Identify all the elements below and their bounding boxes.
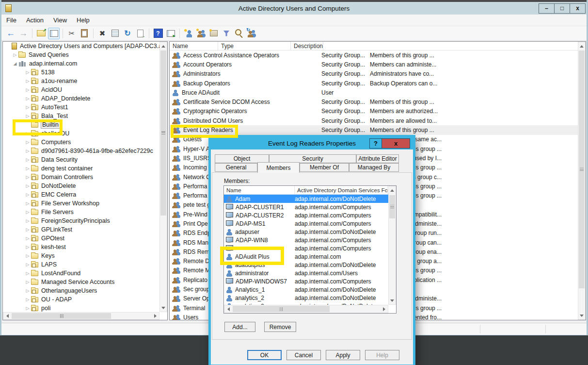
dialog-tab[interactable]: Members	[257, 162, 300, 173]
new-user-icon[interactable]	[183, 28, 194, 39]
back-icon[interactable]	[5, 28, 16, 39]
tree-item[interactable]: ◢ adap.internal.com	[3, 59, 167, 68]
scroll-right-icon[interactable]	[152, 313, 159, 319]
refresh-icon[interactable]	[122, 28, 133, 39]
expand-arrow-icon[interactable]: ▷	[24, 288, 31, 293]
remove-button[interactable]: Remove	[264, 322, 296, 332]
tree-item[interactable]: ▷ a1ou-rename	[3, 77, 167, 85]
column-header[interactable]: Name	[170, 42, 218, 50]
tree-item[interactable]: ▷ File Server Workshop	[3, 199, 167, 208]
tree-item[interactable]: ▷ DoNotDelete	[3, 182, 167, 190]
scroll-up-icon[interactable]	[160, 43, 167, 50]
member-row[interactable]: ADAP-CLUSTER1 adap.internal.com/Computer…	[224, 203, 396, 211]
scroll-thumb[interactable]	[160, 50, 166, 216]
dialog-close-button[interactable]: x	[382, 138, 410, 149]
tree-item[interactable]: ▷ AcidOU	[3, 85, 167, 94]
expand-arrow-icon[interactable]: ▷	[12, 52, 18, 57]
expand-arrow-icon[interactable]: ▷	[24, 227, 31, 232]
expand-arrow-icon[interactable]: ▷	[24, 96, 31, 101]
show-console-tree-icon[interactable]	[48, 28, 60, 39]
tree-item[interactable]: ▷ AutoTest1	[3, 103, 167, 112]
expand-arrow-icon[interactable]: ▷	[24, 140, 31, 145]
expand-arrow-icon[interactable]: ▷	[24, 218, 31, 223]
dialog-tab[interactable]: Managed By	[349, 163, 399, 172]
help-button[interactable]: Help	[365, 350, 399, 360]
expand-arrow-icon[interactable]: ▷	[24, 201, 31, 206]
dialog-tab[interactable]: Member Of	[300, 163, 349, 172]
scroll-thumb[interactable]	[389, 195, 395, 218]
members-vertical-scrollbar[interactable]	[388, 186, 396, 305]
expand-arrow-icon[interactable]: ▷	[24, 245, 31, 249]
filter-icon[interactable]	[221, 28, 232, 39]
cut-icon[interactable]	[66, 28, 78, 39]
list-row[interactable]: Certificate Service DCOM Access Security…	[170, 97, 586, 106]
tree-item[interactable]: ▷ OtherlanguageUsers	[3, 286, 167, 295]
expand-arrow-icon[interactable]: ▷	[24, 280, 31, 284]
menu-item[interactable]: Action	[21, 17, 48, 24]
tree-item[interactable]: ▷ Saved Queries	[3, 50, 167, 59]
list-row[interactable]: Account Operators Security Group... Memb…	[170, 60, 586, 69]
help-icon[interactable]	[152, 28, 164, 39]
tree-item[interactable]: ▷ OU - ADAP	[3, 295, 167, 304]
toolbar-separator[interactable]	[63, 29, 63, 38]
tree-item[interactable]: ▷ ADAP_Dontdelete	[3, 94, 167, 103]
scroll-right-icon[interactable]	[381, 306, 387, 313]
members-horizontal-scrollbar[interactable]	[224, 305, 388, 313]
member-row[interactable]: adapuser adap.internal.com/DoNotDelete	[224, 228, 396, 236]
member-row[interactable]: analytics_2 adap.internal.com/DoNotDelet…	[224, 294, 396, 302]
list-row[interactable]: Backup Operators Security Group... Backu…	[170, 79, 586, 88]
tree-item[interactable]: ▷ GPOtest	[3, 234, 167, 243]
scroll-thumb[interactable]	[579, 50, 585, 288]
list-row[interactable]: Distributed COM Users Security Group... …	[170, 116, 586, 125]
tree-item[interactable]: ▷ File Servers	[3, 208, 167, 216]
tree-item[interactable]: ▷ EMC Celerra	[3, 190, 167, 199]
apply-button[interactable]: Apply	[326, 350, 360, 360]
dialog-help-button[interactable]: ?	[369, 138, 382, 149]
scroll-down-icon[interactable]	[160, 304, 167, 311]
toolbar-separator[interactable]	[149, 29, 149, 38]
list-vertical-scrollbar[interactable]	[578, 42, 586, 320]
dialog-titlebar[interactable]: Event Log Readers Properties ? x	[211, 137, 413, 149]
find-icon[interactable]	[233, 28, 245, 39]
new-group-icon[interactable]	[195, 28, 207, 39]
tree-item[interactable]: ▷ LAPS	[3, 260, 167, 269]
list-row[interactable]: Cryptographic Operators Security Group..…	[170, 107, 586, 116]
expand-arrow-icon[interactable]: ◢	[12, 61, 18, 66]
tree-item[interactable]: ▷ LostAndFound	[3, 269, 167, 278]
expand-arrow-icon[interactable]: ▷	[24, 297, 31, 302]
expand-arrow-icon[interactable]: ▷	[24, 175, 31, 180]
member-row[interactable]: Adam adap.internal.com/DoNotDelete	[224, 195, 396, 203]
expand-arrow-icon[interactable]: ▷	[24, 166, 31, 171]
column-header[interactable]: Name	[224, 186, 295, 194]
toolbar-separator[interactable]	[93, 29, 94, 38]
expand-arrow-icon[interactable]: ▷	[24, 70, 31, 75]
tree-vertical-scrollbar[interactable]	[159, 42, 167, 312]
expand-arrow-icon[interactable]: ▷	[24, 262, 31, 267]
expand-arrow-icon[interactable]: ▷	[24, 114, 31, 118]
list-row[interactable]: Access Control Assistance Operators Secu…	[170, 50, 586, 60]
tree-item[interactable]: ▷ 5138	[3, 68, 167, 77]
tree-item[interactable]: ▷ kesh-test	[3, 243, 167, 251]
scroll-down-icon[interactable]	[578, 312, 585, 319]
menu-item[interactable]: Help	[72, 17, 95, 24]
expand-arrow-icon[interactable]: ▷	[24, 306, 31, 311]
tree-item[interactable]: Active Directory Users and Computers [AD…	[3, 42, 167, 50]
tree-horizontal-scrollbar[interactable]	[3, 312, 159, 320]
tree-item[interactable]: ▷ Managed Service Accounts	[3, 278, 167, 286]
tree-item[interactable]: ▷ deng test container	[3, 164, 167, 173]
scroll-up-icon[interactable]	[389, 187, 396, 194]
cancel-button[interactable]: Cancel	[286, 350, 321, 360]
scroll-left-icon[interactable]	[4, 313, 11, 319]
ok-button[interactable]: OK	[247, 350, 282, 360]
expand-arrow-icon[interactable]: ▷	[24, 157, 31, 162]
tree-item[interactable]: ▷ GPLinkTest	[3, 225, 167, 234]
tree-item[interactable]: ▷ poli	[3, 304, 167, 313]
properties-icon[interactable]	[109, 28, 121, 39]
column-header[interactable]: Description	[291, 42, 323, 50]
expand-arrow-icon[interactable]: ▷	[24, 210, 31, 215]
menu-item[interactable]: File	[1, 17, 21, 24]
menu-item[interactable]: View	[48, 17, 72, 24]
change-domain-icon[interactable]	[246, 28, 257, 39]
dialog-tab[interactable]: Attribute Editor	[356, 154, 399, 163]
dialog-tab[interactable]: General	[215, 163, 257, 172]
